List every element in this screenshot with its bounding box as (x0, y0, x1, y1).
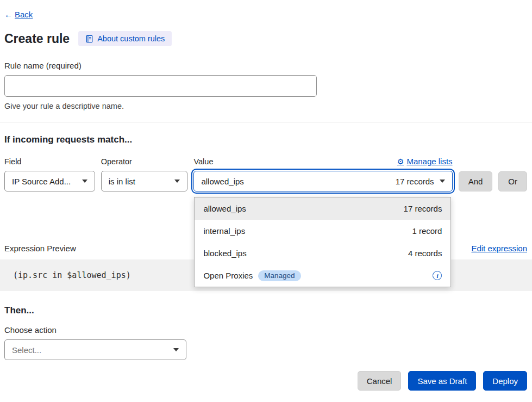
about-custom-rules-link[interactable]: About custom rules (78, 31, 172, 46)
list-item-meta: 1 record (412, 226, 442, 236)
list-item-name: Open Proxies (203, 271, 253, 280)
gear-icon: ⚙ (397, 157, 404, 166)
operator-select-value: is in list (109, 177, 135, 186)
choose-action-label: Choose action (4, 325, 527, 335)
back-row: ←Back (4, 10, 527, 19)
deploy-button[interactable]: Deploy (483, 371, 527, 391)
chevron-down-icon (440, 180, 445, 183)
manage-lists-label: Manage lists (406, 157, 452, 166)
field-label: Field (4, 157, 95, 166)
match-heading: If incoming requests match... (4, 134, 527, 145)
operator-label: Operator (101, 157, 188, 166)
value-select-value: allowed_ips (201, 177, 243, 186)
chevron-down-icon (174, 180, 180, 183)
operator-group: Operator is in list (101, 157, 188, 191)
list-item[interactable]: allowed_ips 17 records (195, 197, 450, 220)
list-item[interactable]: internal_ips 1 record (195, 220, 450, 242)
field-select-value: IP Source Add... (12, 177, 71, 186)
list-item[interactable]: blocked_ips 4 records (195, 242, 450, 264)
field-select[interactable]: IP Source Add... (4, 171, 95, 191)
field-group: Field IP Source Add... (4, 157, 95, 191)
back-arrow-icon: ← (4, 10, 12, 19)
condition-row: Field IP Source Add... Operator is in li… (4, 157, 527, 191)
value-dropdown-menu: allowed_ips 17 records internal_ips 1 re… (194, 197, 451, 287)
value-select[interactable]: allowed_ips 17 records (193, 171, 452, 191)
list-item[interactable]: Open Proxies Managed i (195, 264, 450, 287)
rule-name-label: Rule name (required) (4, 61, 527, 70)
operator-select[interactable]: is in list (101, 171, 188, 191)
expression-preview-label: Expression Preview (4, 244, 76, 253)
chevron-down-icon (82, 180, 87, 183)
rule-name-input[interactable] (4, 75, 317, 97)
back-link-label: Back (15, 10, 33, 19)
create-rule-page: ←Back Create rule About custom rules Rul… (0, 0, 532, 391)
value-label: Value (193, 157, 213, 166)
page-title: Create rule (4, 32, 70, 46)
footer-actions: Cancel Save as Draft Deploy (4, 371, 527, 391)
chevron-down-icon (173, 348, 179, 351)
section-divider (0, 122, 532, 122)
value-select-meta: 17 records (396, 177, 434, 186)
rule-name-helper: Give your rule a descriptive name. (4, 102, 527, 110)
or-button[interactable]: Or (498, 171, 527, 191)
cancel-button[interactable]: Cancel (358, 371, 402, 391)
list-item-name: internal_ips (203, 226, 245, 236)
action-select[interactable]: Select... (4, 339, 186, 360)
save-as-draft-button[interactable]: Save as Draft (408, 371, 476, 391)
book-icon (85, 35, 93, 43)
list-item-meta: 4 records (408, 249, 442, 258)
title-row: Create rule About custom rules (4, 31, 527, 46)
back-link[interactable]: ←Back (4, 10, 33, 19)
managed-badge: Managed (258, 270, 301, 281)
list-item-name: blocked_ips (203, 249, 246, 258)
and-button[interactable]: And (459, 171, 493, 191)
manage-lists-link[interactable]: ⚙ Manage lists (397, 157, 453, 166)
action-select-placeholder: Select... (12, 345, 41, 355)
about-badge-label: About custom rules (97, 34, 165, 43)
list-item-name: allowed_ips (203, 204, 246, 213)
value-group: Value ⚙ Manage lists allowed_ips 17 reco… (193, 157, 452, 191)
list-item-meta: 17 records (404, 204, 442, 213)
edit-expression-link[interactable]: Edit expression (471, 244, 527, 253)
value-label-row: Value ⚙ Manage lists (193, 157, 452, 166)
info-icon[interactable]: i (433, 271, 442, 280)
then-heading: Then... (4, 305, 527, 316)
